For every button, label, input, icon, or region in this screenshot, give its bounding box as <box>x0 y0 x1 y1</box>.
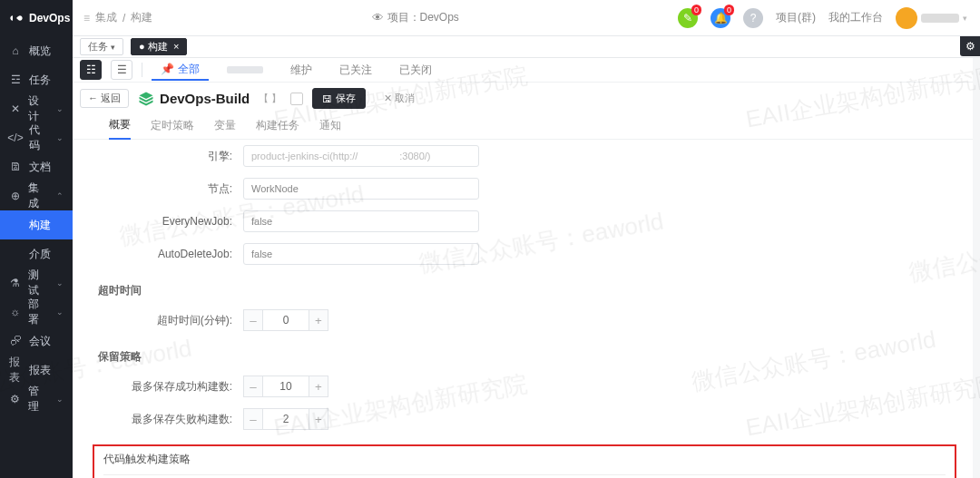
stepper-minus[interactable]: – <box>243 408 263 430</box>
breadcrumb-parent[interactable]: 集成 <box>95 10 117 25</box>
settings-button[interactable]: ⚙ <box>960 36 980 56</box>
infinity-icon <box>9 11 24 25</box>
nav-reports[interactable]: 报表报表 <box>0 356 73 385</box>
chevron-down-icon: ⌄ <box>56 395 64 404</box>
engine-select[interactable] <box>243 145 479 167</box>
nav-label: 代码 <box>29 122 49 153</box>
nav-artifact[interactable]: 介质 <box>0 239 73 268</box>
timeout-input[interactable] <box>263 309 309 331</box>
notif-green[interactable]: ✎0 <box>678 8 698 28</box>
back-button[interactable]: ← 返回 <box>80 89 129 108</box>
chevron-down-icon: ⌄ <box>56 307 64 317</box>
code-icon: </> <box>9 132 22 144</box>
detail-tabs: 概要 定时策略 变量 构建任务 通知 <box>73 114 973 140</box>
nav-label: 会议 <box>29 334 51 349</box>
nav-integration[interactable]: ⊕集成⌃ <box>0 181 73 210</box>
title-text: DevOps-Build <box>160 91 250 106</box>
project-indicator[interactable]: 👁 项目：DevOps <box>152 10 678 25</box>
tab-build-tasks[interactable]: 构建任务 <box>256 118 299 139</box>
view-grid-button[interactable]: ☷ <box>80 60 102 80</box>
nav-deploy[interactable]: ☼部署⌄ <box>0 298 73 327</box>
section-trigger: 代码触发构建策略 <box>103 452 946 471</box>
tab-overview[interactable]: 概要 <box>109 117 131 140</box>
nav-build[interactable]: 构建 <box>0 210 73 239</box>
chevron-down-icon: ⌄ <box>56 278 64 288</box>
keep-success-input[interactable] <box>263 376 309 397</box>
chevron-down-icon: ⌄ <box>56 133 64 142</box>
stepper-minus[interactable]: – <box>243 376 263 397</box>
nav-design[interactable]: ✕设计⌄ <box>0 94 73 123</box>
tab-build-active[interactable]: ● 构建 × <box>131 38 187 55</box>
tab-variables[interactable]: 变量 <box>214 118 236 139</box>
nav-admin[interactable]: ⚙管理⌄ <box>0 385 73 414</box>
node-select[interactable] <box>243 178 479 200</box>
label-everynewjob: EveryNewJob: <box>89 215 243 228</box>
section-timeout: 超时时间 <box>98 283 956 298</box>
autodelete-select[interactable] <box>243 243 479 265</box>
tab-task[interactable]: 任务 ▾ <box>80 38 123 55</box>
keep-fail-input[interactable] <box>263 408 309 430</box>
breadcrumb: ≡ 集成 / 构建 <box>73 10 152 25</box>
nav-label: 集成 <box>28 180 49 211</box>
stepper-plus[interactable]: + <box>309 408 328 430</box>
tab-notify[interactable]: 通知 <box>319 118 341 139</box>
workspace-link[interactable]: 我的工作台 <box>828 10 883 25</box>
nav-overview[interactable]: ⌂概览 <box>0 36 73 65</box>
stepper-minus[interactable]: – <box>243 309 263 331</box>
everynewjob-select[interactable] <box>243 210 479 232</box>
menu-icon[interactable]: ≡ <box>83 12 90 24</box>
filter-label: 全部 <box>178 62 200 77</box>
tab-schedule[interactable]: 定时策略 <box>151 118 194 139</box>
page-title: DevOps-Build <box>138 91 250 107</box>
stepper-plus[interactable]: + <box>309 309 328 331</box>
sidebar: DevOps ⌂概览 ☲任务 ✕设计⌄ </>代码⌄ 🖺文档 ⊕集成⌃ 构建 介… <box>0 0 73 478</box>
brand-text: DevOps <box>29 12 70 24</box>
chevron-down-icon: ⌄ <box>56 104 64 113</box>
nav-label: 部署 <box>28 297 49 327</box>
filter-maintenance[interactable]: 维护 <box>281 59 321 81</box>
stack-icon <box>138 91 154 107</box>
keep-success-stepper: – + <box>243 376 328 397</box>
save-button[interactable]: 🖫保存 <box>312 88 366 109</box>
nav-docs[interactable]: 🖺文档 <box>0 152 73 181</box>
timeout-stepper: – + <box>243 309 328 331</box>
notif-blue[interactable]: 🔔0 <box>710 8 730 28</box>
filter-toolbar: ☷ ☰ 📌全部 维护 已关注 已关闭 <box>73 58 973 82</box>
label-autodelete: AutoDeleteJob: <box>89 248 243 260</box>
breadcrumb-sep: / <box>122 12 125 24</box>
filter-closed[interactable]: 已关闭 <box>390 59 441 81</box>
nav-test[interactable]: ⚗测试⌄ <box>0 268 73 298</box>
label-keep-fail: 最多保存失败构建数: <box>89 412 243 427</box>
notif-blue-badge: 0 <box>724 5 734 15</box>
gear-icon: ⚙ <box>9 393 21 405</box>
filter-followed[interactable]: 已关注 <box>330 59 381 81</box>
help-button[interactable]: ? <box>743 8 763 28</box>
cancel-button[interactable]: ✕ 取消 <box>375 89 424 108</box>
user-menu[interactable]: ▾ <box>896 7 967 29</box>
view-list-button[interactable]: ☰ <box>111 60 132 80</box>
close-icon[interactable]: × <box>173 41 179 52</box>
meeting-icon: 🗪 <box>9 335 22 347</box>
nav-meeting[interactable]: 🗪会议 <box>0 327 73 356</box>
nav-code[interactable]: </>代码⌄ <box>0 123 73 152</box>
filter-unknown[interactable] <box>218 59 272 81</box>
nav-label: 管理 <box>28 384 49 415</box>
chevron-down-icon: ▾ <box>111 43 115 52</box>
tab-label: ● 构建 <box>139 41 168 52</box>
label-keep-success: 最多保存成功构建数: <box>89 379 243 395</box>
label-timeout: 超时时间(分钟): <box>89 313 243 328</box>
checkbox[interactable] <box>290 93 303 105</box>
filter-all[interactable]: 📌全部 <box>152 59 209 81</box>
nav-label: 介质 <box>29 247 51 262</box>
doc-icon: 🖺 <box>9 161 22 173</box>
placeholder-text <box>227 66 263 73</box>
stepper-plus[interactable]: + <box>309 376 328 397</box>
integration-icon: ⊕ <box>9 190 21 202</box>
nav-label: 任务 <box>29 73 51 88</box>
nav-tasks[interactable]: ☲任务 <box>0 65 73 94</box>
highlight-trigger-section: 代码触发构建策略 ＋ 新增触发策略 代码库 触发方式 目标分支 指定触发文件 忽… <box>93 444 956 478</box>
projects-link[interactable]: 项目(群) <box>776 10 816 25</box>
breadcrumb-leaf[interactable]: 构建 <box>131 10 152 25</box>
brand-logo[interactable]: DevOps <box>0 0 73 36</box>
nav-label: 报表 <box>29 363 51 378</box>
